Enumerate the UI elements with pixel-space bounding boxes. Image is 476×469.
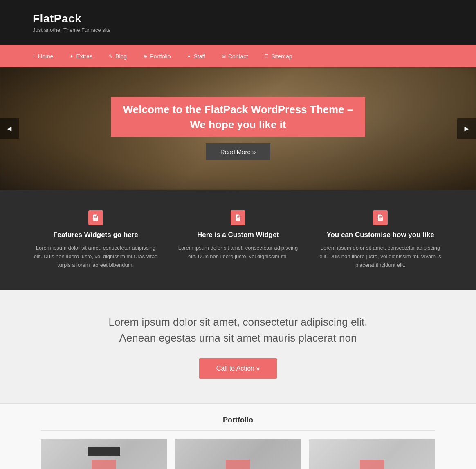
feature-title-3: You can Customise how you like bbox=[317, 231, 443, 239]
read-more-button[interactable]: Read More » bbox=[206, 143, 271, 160]
feature-icon-1 bbox=[88, 210, 103, 225]
slider-next-button[interactable]: ► bbox=[457, 118, 476, 139]
nav-item-extras[interactable]: ✦ Extras bbox=[61, 45, 101, 67]
feature-desc-3: Lorem ipsum dolor sit amet, consectetur … bbox=[317, 244, 443, 269]
hero-content: Welcome to the FlatPack WordPress Theme … bbox=[111, 97, 366, 160]
nav-label-home: Home bbox=[38, 53, 53, 60]
nav-item-staff[interactable]: ✦ Staff bbox=[179, 45, 213, 67]
features-section: Features Widgets go here Lorem ipsum dol… bbox=[0, 190, 476, 290]
portfolio-section: Portfolio + + + bbox=[0, 404, 476, 469]
nav-label-contact: Contact bbox=[228, 53, 248, 60]
portfolio-overlay-3: + bbox=[360, 460, 384, 469]
site-title: FlatPack bbox=[33, 12, 443, 25]
portfolio-overlay-1: + bbox=[92, 460, 116, 469]
cta-text: Lorem ipsum dolor sit amet, consectetur … bbox=[33, 314, 443, 346]
portfolio-item-1[interactable]: + bbox=[41, 439, 167, 469]
nav-item-blog[interactable]: ✎ Blog bbox=[101, 45, 135, 67]
home-icon: + bbox=[33, 54, 36, 59]
site-header: FlatPack Just another Theme Furnace site bbox=[0, 0, 476, 45]
portfolio-nav-icon: ⊕ bbox=[143, 54, 147, 59]
nav-item-home[interactable]: + Home bbox=[25, 45, 61, 67]
feature-item-3: You can Customise how you like Lorem ips… bbox=[317, 210, 443, 269]
nav-item-sitemap[interactable]: ☰ Sitemap bbox=[256, 45, 300, 67]
portfolio-header: Portfolio bbox=[41, 416, 435, 431]
feature-title-2: Here is a Custom Widget bbox=[175, 231, 301, 239]
portfolio-grid: + + + bbox=[41, 439, 435, 469]
feature-desc-2: Lorem ipsum dolor sit amet, consectetur … bbox=[175, 244, 301, 261]
extras-icon: ✦ bbox=[70, 54, 74, 59]
staff-icon: ✦ bbox=[187, 54, 191, 59]
blog-icon: ✎ bbox=[109, 54, 113, 59]
contact-icon: ✉ bbox=[222, 54, 226, 59]
feature-item-2: Here is a Custom Widget Lorem ipsum dolo… bbox=[175, 210, 301, 269]
portfolio-title: Portfolio bbox=[41, 416, 435, 424]
portfolio-item-2[interactable]: + bbox=[175, 439, 301, 469]
nav-label-staff: Staff bbox=[193, 53, 205, 60]
slider-prev-button[interactable]: ◄ bbox=[0, 118, 19, 139]
site-tagline: Just another Theme Furnace site bbox=[33, 27, 443, 33]
hero-title: Welcome to the FlatPack WordPress Theme … bbox=[111, 97, 366, 137]
main-nav: + Home ✦ Extras ✎ Blog ⊕ Portfolio ✦ Sta… bbox=[0, 45, 476, 67]
feature-desc-1: Lorem ipsum dolor sit amet, consectetur … bbox=[33, 244, 159, 269]
feature-icon-2 bbox=[231, 210, 245, 225]
sitemap-icon: ☰ bbox=[264, 54, 269, 59]
nav-label-sitemap: Sitemap bbox=[271, 53, 292, 60]
feature-icon-3 bbox=[373, 210, 388, 225]
nav-label-portfolio: Portfolio bbox=[150, 53, 171, 60]
feature-item-1: Features Widgets go here Lorem ipsum dol… bbox=[33, 210, 159, 269]
nav-item-contact[interactable]: ✉ Contact bbox=[213, 45, 256, 67]
nav-label-blog: Blog bbox=[115, 53, 127, 60]
portfolio-overlay-2: + bbox=[226, 460, 250, 469]
nav-item-portfolio[interactable]: ⊕ Portfolio bbox=[135, 45, 179, 67]
cta-button[interactable]: Call to Action » bbox=[199, 358, 277, 379]
portfolio-dark-rect bbox=[88, 447, 120, 456]
nav-label-extras: Extras bbox=[76, 53, 92, 60]
portfolio-item-3[interactable]: + bbox=[309, 439, 435, 469]
feature-title-1: Features Widgets go here bbox=[33, 231, 159, 239]
hero-slider: ◄ Welcome to the FlatPack WordPress Them… bbox=[0, 67, 476, 190]
cta-section: Lorem ipsum dolor sit amet, consectetur … bbox=[0, 290, 476, 404]
